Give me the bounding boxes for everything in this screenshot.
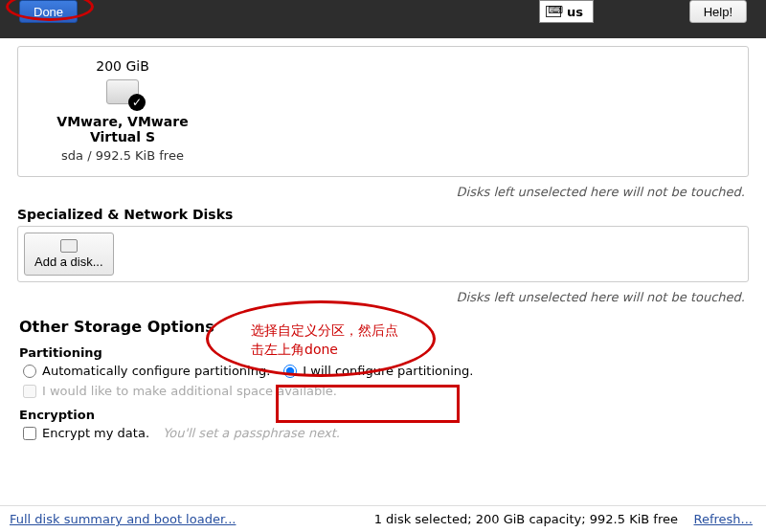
hard-drive-icon [60, 239, 78, 253]
radio-input[interactable] [23, 365, 36, 378]
checkbox-input[interactable] [23, 427, 36, 440]
disk-item[interactable]: 200 GiB ✓ VMware, VMware Virtual S sda /… [32, 58, 214, 163]
done-button[interactable]: Done [19, 0, 78, 23]
help-button[interactable]: Help! [689, 0, 747, 23]
hard-drive-icon: ✓ [106, 79, 139, 104]
encrypt-label: Encrypt my data. [42, 426, 149, 440]
keyboard-icon [546, 6, 561, 17]
auto-partition-radio[interactable]: Automatically configure partitioning. [23, 364, 270, 378]
partitioning-options: Automatically configure partitioning. I … [23, 364, 749, 378]
auto-partition-label: Automatically configure partitioning. [42, 364, 270, 378]
encryption-row: Encrypt my data. You'll set a passphrase… [23, 426, 749, 440]
disks-notice: Disks left unselected here will not be t… [17, 290, 745, 304]
additional-space-label: I would like to make additional space av… [42, 384, 337, 398]
additional-space-checkbox[interactable]: I would like to make additional space av… [23, 384, 337, 398]
local-disks-panel: 200 GiB ✓ VMware, VMware Virtual S sda /… [17, 46, 749, 177]
encryption-hint: You'll set a passphrase next. [163, 426, 340, 440]
refresh-link[interactable]: Refresh... [694, 512, 754, 526]
bottom-status-wrap: 1 disk selected; 200 GiB capacity; 992.5… [374, 512, 753, 526]
add-disk-label: Add a disk... [34, 255, 103, 269]
disks-notice: Disks left unselected here will not be t… [17, 185, 745, 199]
additional-space-row: I would like to make additional space av… [23, 384, 749, 398]
manual-partition-label: I will configure partitioning. [303, 364, 473, 378]
specialized-disks-title: Specialized & Network Disks [17, 207, 749, 222]
partitioning-header: Partitioning [19, 345, 749, 360]
bottom-bar: Full disk summary and boot loader... 1 d… [0, 505, 766, 532]
encryption-header: Encryption [19, 408, 749, 422]
keyboard-layout-selector[interactable]: us [539, 0, 594, 23]
check-icon: ✓ [128, 94, 146, 111]
checkbox-input [23, 385, 36, 398]
disk-status-text: 1 disk selected; 200 GiB capacity; 992.5… [374, 512, 678, 526]
disk-size: 200 GiB [32, 58, 214, 74]
disk-name: VMware, VMware Virtual S [32, 114, 214, 144]
keyboard-layout-code: us [567, 5, 583, 19]
encrypt-data-checkbox[interactable]: Encrypt my data. [23, 426, 149, 440]
manual-partition-radio[interactable]: I will configure partitioning. [283, 364, 473, 378]
content-area: 200 GiB ✓ VMware, VMware Virtual S sda /… [0, 46, 766, 440]
disk-summary-link[interactable]: Full disk summary and boot loader... [10, 512, 236, 526]
disk-detail: sda / 992.5 KiB free [32, 148, 214, 163]
specialized-disks-panel: Add a disk... [17, 226, 749, 282]
top-bar: Done us Help! [0, 0, 766, 38]
other-storage-title: Other Storage Options [19, 318, 749, 336]
radio-input[interactable] [283, 365, 297, 378]
add-disk-button[interactable]: Add a disk... [24, 233, 114, 276]
